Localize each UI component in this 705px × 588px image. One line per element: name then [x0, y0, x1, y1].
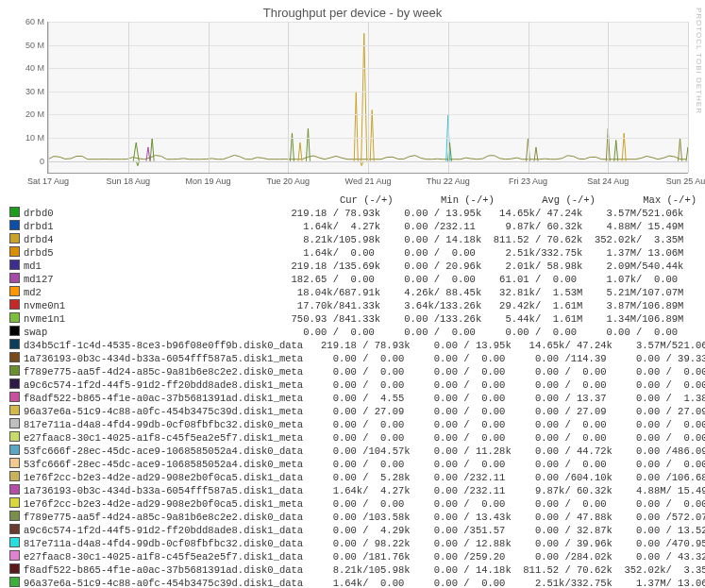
legend-swatch: [9, 246, 20, 257]
legend-swatch: [9, 286, 20, 296]
legend-text: f789e775-aa5f-4d24-a85c-9a81b6e8c2e2.dis…: [24, 366, 705, 378]
legend-row: 96a37e6a-51c9-4c88-a0fc-454b3475c39d.dis…: [9, 577, 697, 588]
legend-row: 53fc666f-28ec-45dc-ace9-1068585052a4.dis…: [9, 445, 697, 458]
legend-row: f8adf522-b865-4f1e-a0ac-37b5681391ad.dis…: [9, 392, 697, 405]
legend-row: 1a736193-0b3c-434d-b33a-6054fff587a5.dis…: [9, 484, 697, 497]
legend-text: a9c6c574-1f2d-44f5-91d2-ff20bdd8ade8.dis…: [24, 379, 705, 391]
legend-row: a9c6c574-1f2d-44f5-91d2-ff20bdd8ade8.dis…: [9, 378, 697, 392]
legend-row: md1 219.18 /135.69k 0.00 / 20.96k 2.01k/…: [9, 260, 697, 273]
legend-text: 1e76f2cc-b2e3-4d2e-ad29-908e2b0f0ca5.dis…: [24, 472, 705, 483]
legend-swatch: [9, 418, 20, 428]
legend-text: f789e775-aa5f-4d24-a85c-9a81b6e8c2e2.dis…: [24, 512, 705, 523]
legend-text: nvme0n1 17.70k/841.33k 3.64k/133.26k 29.…: [24, 300, 683, 311]
legend-row: nvme1n1 750.93 /841.33k 0.00 /133.26k 5.…: [9, 312, 697, 326]
legend-swatch: [9, 326, 20, 336]
legend-text: md1 219.18 /135.69k 0.00 / 20.96k 2.01k/…: [24, 260, 683, 272]
x-tick-label: Fri 23 Aug: [509, 176, 547, 186]
legend-swatch: [9, 550, 20, 561]
legend-text: e27faac8-30c1-4025-a1f8-c45f5ea2e5f7.dis…: [24, 551, 705, 563]
legend-swatch: [9, 497, 20, 508]
legend-text: f8adf522-b865-4f1e-a0ac-37b5681391ad.dis…: [24, 564, 705, 576]
legend-swatch: [9, 260, 20, 270]
legend-text: swap 0.00 / 0.00 0.00 / 0.00 0.00 / 0.00…: [24, 327, 683, 338]
legend-row: f789e775-aa5f-4d24-a85c-9a81b6e8c2e2.dis…: [9, 365, 697, 378]
y-tick-label: 10 M: [20, 133, 44, 143]
legend-row: e27faac8-30c1-4025-a1f8-c45f5ea2e5f7.dis…: [9, 431, 697, 445]
legend-body: drbd0 219.18 / 78.93k 0.00 / 13.95k 14.6…: [9, 207, 697, 588]
legend-swatch: [9, 524, 20, 534]
legend-row: 1e76f2cc-b2e3-4d2e-ad29-908e2b0f0ca5.dis…: [9, 497, 697, 511]
legend-swatch: [9, 233, 20, 244]
legend-row: md127 182.65 / 0.00 0.00 / 0.00 61.01 / …: [9, 273, 697, 286]
legend-swatch: [9, 405, 20, 415]
legend-swatch: [9, 365, 20, 376]
munin-graph-container: PROTOCL TOBI DETHER Throughput per devic…: [0, 0, 705, 588]
x-tick-label: Sat 17 Aug: [27, 176, 69, 186]
legend-text: md2 18.04k/687.91k 4.26k/ 88.45k 32.81k/…: [24, 287, 683, 298]
legend-text: md127 182.65 / 0.00 0.00 / 0.00 61.01 / …: [24, 274, 683, 285]
y-tick-label: 20 M: [20, 109, 44, 119]
legend-text: 1e76f2cc-b2e3-4d2e-ad29-908e2b0f0ca5.dis…: [24, 498, 705, 510]
x-tick-label: Tue 20 Aug: [266, 176, 310, 186]
legend-swatch: [9, 392, 20, 402]
legend-swatch: [9, 352, 20, 362]
chart-title: Throughput per device - by week: [0, 0, 705, 22]
legend-text: 96a37e6a-51c9-4c88-a0fc-454b3475c39d.dis…: [24, 406, 705, 417]
legend-swatch: [9, 563, 20, 574]
legend-swatch: [9, 299, 20, 310]
legend-text: 53fc666f-28ec-45dc-ace9-1068585052a4.dis…: [24, 459, 705, 470]
legend-row: 53fc666f-28ec-45dc-ace9-1068585052a4.dis…: [9, 458, 697, 471]
legend-swatch: [9, 431, 20, 442]
legend-row: nvme0n1 17.70k/841.33k 3.64k/133.26k 29.…: [9, 299, 697, 312]
legend-swatch: [9, 312, 20, 323]
legend-swatch: [9, 220, 20, 230]
watermark-text: PROTOCL TOBI DETHER: [695, 8, 703, 114]
x-tick-label: Sat 24 Aug: [587, 176, 629, 186]
legend-text: drbd4 8.21k/105.98k 0.00 / 14.18k 811.52…: [24, 234, 683, 245]
y-tick-label: 40 M: [20, 63, 44, 73]
legend-swatch: [9, 207, 20, 217]
legend-text: drbd1 1.64k/ 4.27k 0.00 /232.11 9.87k/ 6…: [24, 221, 683, 232]
legend-text: drbd5 1.64k/ 0.00 0.00 / 0.00 2.51k/332.…: [24, 247, 683, 259]
legend-text: nvme1n1 750.93 /841.33k 0.00 /133.26k 5.…: [24, 313, 683, 325]
legend-row: d34b5c1f-1c4d-4535-8ce3-b96f08e0ff9b.dis…: [9, 339, 697, 352]
x-tick-label: Wed 21 Aug: [345, 176, 392, 186]
x-tick-label: Thu 22 Aug: [427, 176, 470, 186]
legend-swatch: [9, 458, 20, 468]
legend-row: drbd5 1.64k/ 0.00 0.00 / 0.00 2.51k/332.…: [9, 246, 697, 260]
legend-text: a9c6c574-1f2d-44f5-91d2-ff20bdd8ade8.dis…: [24, 525, 705, 536]
legend-swatch: [9, 537, 20, 547]
plot-canvas: 010 M20 M30 M40 M50 M60 MSat 17 AugSun 1…: [47, 22, 688, 174]
legend-row: 96a37e6a-51c9-4c88-a0fc-454b3475c39d.dis…: [9, 405, 697, 418]
legend-row: 817e711a-d4a8-4fd4-99db-0cf08fbfbc32.dis…: [9, 537, 697, 550]
legend-row: md2 18.04k/687.91k 4.26k/ 88.45k 32.81k/…: [9, 286, 697, 299]
legend-swatch: [9, 378, 20, 389]
x-tick-label: Sun 25 Aug: [666, 176, 705, 186]
legend-text: 1a736193-0b3c-434d-b33a-6054fff587a5.dis…: [24, 353, 705, 364]
legend-header-row: Cur (-/+) Min (-/+) Avg (-/+) Max (-/+): [25, 194, 697, 207]
y-tick-label: 30 M: [20, 87, 44, 96]
legend-swatch: [9, 339, 20, 349]
legend-text: 53fc666f-28ec-45dc-ace9-1068585052a4.dis…: [24, 445, 705, 457]
legend-row: 817e711a-d4a8-4fd4-99db-0cf08fbfbc32.dis…: [9, 418, 697, 431]
legend-text: drbd0 219.18 / 78.93k 0.00 / 13.95k 14.6…: [24, 208, 683, 219]
x-tick-label: Mon 19 Aug: [185, 176, 230, 186]
legend-text: f8adf522-b865-4f1e-a0ac-37b5681391ad.dis…: [24, 393, 705, 404]
legend-text: 817e711a-d4a8-4fd4-99db-0cf08fbfbc32.dis…: [24, 538, 705, 549]
legend-text: d34b5c1f-1c4d-4535-8ce3-b96f08e0ff9b.dis…: [24, 340, 705, 351]
legend-text: e27faac8-30c1-4025-a1f8-c45f5ea2e5f7.dis…: [24, 432, 705, 444]
legend-row: drbd4 8.21k/105.98k 0.00 / 14.18k 811.52…: [9, 233, 697, 246]
legend-row: a9c6c574-1f2d-44f5-91d2-ff20bdd8ade8.dis…: [9, 524, 697, 537]
legend-swatch: [9, 511, 20, 521]
legend-row: f8adf522-b865-4f1e-a0ac-37b5681391ad.dis…: [9, 563, 697, 577]
legend-swatch: [9, 484, 20, 495]
legend-row: e27faac8-30c1-4025-a1f8-c45f5ea2e5f7.dis…: [9, 550, 697, 563]
y-tick-label: 50 M: [20, 41, 44, 50]
legend-row: drbd0 219.18 / 78.93k 0.00 / 13.95k 14.6…: [9, 207, 697, 220]
legend-swatch: [9, 577, 20, 587]
y-tick-label: 0: [20, 157, 44, 166]
y-tick-label: 60 M: [20, 17, 44, 26]
legend-row: swap 0.00 / 0.00 0.00 / 0.00 0.00 / 0.00…: [9, 326, 697, 339]
legend-swatch: [9, 471, 20, 481]
legend-text: 1a736193-0b3c-434d-b33a-6054fff587a5.dis…: [24, 485, 705, 496]
